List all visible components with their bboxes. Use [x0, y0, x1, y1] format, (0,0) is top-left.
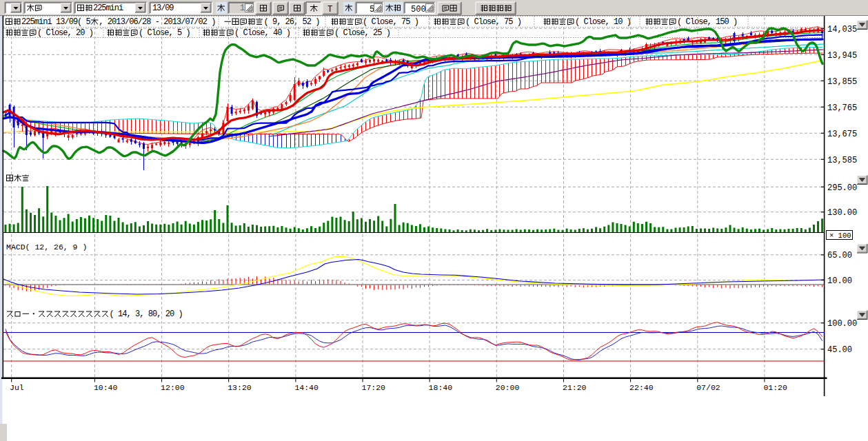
svg-text:( Close, 20 ): ( Close, 20 ) [37, 28, 94, 38]
svg-text:20:00: 20:00 [496, 383, 520, 392]
svg-text:13,855: 13,855 [827, 77, 857, 87]
svg-text:225mini: 225mini [93, 3, 123, 13]
svg-text:14,035: 14,035 [827, 25, 857, 34]
svg-text:( Close, 75 ): ( Close, 75 ) [363, 17, 419, 27]
svg-text:13,945: 13,945 [827, 51, 857, 61]
svg-text:13,675: 13,675 [827, 130, 857, 139]
svg-text:130.00: 130.00 [827, 208, 857, 218]
svg-text:( Close, 5 ): ( Close, 5 ) [139, 28, 191, 38]
svg-text:18:40: 18:40 [429, 383, 453, 392]
svg-text:22:40: 22:40 [629, 383, 654, 392]
svg-text:MACD( 12, 26, 9 ): MACD( 12, 26, 9 ) [6, 243, 87, 252]
svg-text:01:20: 01:20 [763, 383, 787, 392]
svg-text:1: 1 [240, 3, 245, 13]
svg-text:10.00: 10.00 [827, 276, 852, 286]
svg-text:225mini 13/09( 5: 225mini 13/09( 5 [21, 17, 91, 27]
svg-text:295.00: 295.00 [827, 183, 857, 193]
svg-text:( Close, 75 ): ( Close, 75 ) [465, 17, 522, 27]
svg-text:07/02: 07/02 [696, 383, 720, 392]
svg-text:( 9, 26, 52 ): ( 9, 26, 52 ) [264, 17, 321, 27]
svg-text:100.00: 100.00 [827, 319, 857, 329]
svg-text:( Close, 10 ): ( Close, 10 ) [575, 17, 632, 27]
svg-text:13:20: 13:20 [228, 383, 252, 392]
svg-text:T: T [327, 5, 332, 14]
svg-text:21:20: 21:20 [563, 383, 587, 392]
svg-text:( Close, 40 ): ( Close, 40 ) [234, 28, 291, 38]
svg-text:45.00: 45.00 [827, 345, 852, 355]
svg-text:, 2013/06/28 - 2013/07/02 ): , 2013/06/28 - 2013/07/02 ) [99, 17, 216, 27]
svg-text:17:20: 17:20 [362, 383, 386, 392]
svg-text:13,585: 13,585 [827, 156, 857, 165]
svg-text:10:40: 10:40 [94, 383, 118, 392]
svg-text:× 100: × 100 [829, 232, 851, 240]
svg-text:500: 500 [411, 5, 426, 14]
svg-text:65.00: 65.00 [827, 251, 852, 260]
svg-text:12:00: 12:00 [161, 383, 185, 392]
svg-text:13,765: 13,765 [827, 103, 857, 113]
svg-text:( Close, 150 ): ( Close, 150 ) [677, 17, 738, 27]
svg-text:( 14, 3, 80, 20 ): ( 14, 3, 80, 20 ) [110, 309, 183, 319]
svg-text:13/09: 13/09 [152, 3, 174, 13]
svg-text:Jul: Jul [10, 383, 24, 392]
svg-text:14:40: 14:40 [294, 383, 319, 392]
